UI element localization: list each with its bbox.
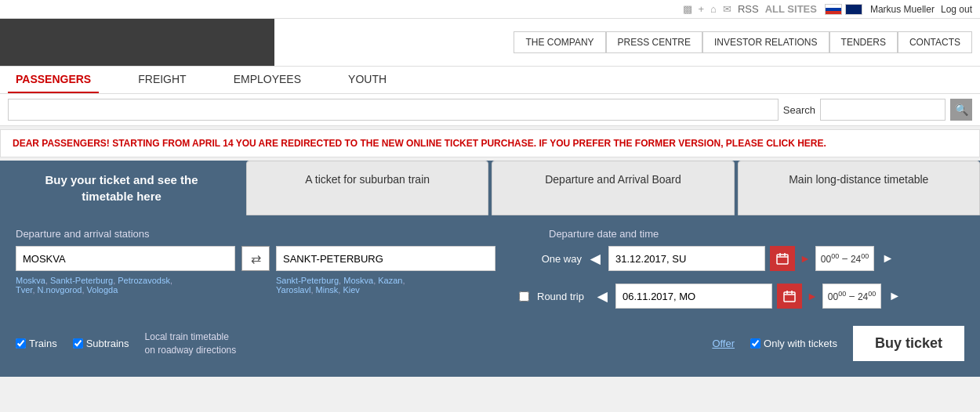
date2-calendar-button[interactable] <box>777 284 802 309</box>
logout-link[interactable]: Log out <box>941 4 972 15</box>
time-dash2: – <box>849 291 855 302</box>
offer-link[interactable]: Offer <box>712 338 735 349</box>
svg-rect-0 <box>777 255 788 264</box>
nav-youth[interactable]: YOUTH <box>340 67 394 93</box>
user-info: Markus Mueller Log out <box>870 4 972 15</box>
round-trip-label: Round trip <box>537 291 584 302</box>
bottom-row: Trains Subtrains Local train timetable o… <box>16 326 964 361</box>
trains-checkbox-item: Trains <box>16 338 57 349</box>
round-trip-checkbox[interactable] <box>519 291 529 302</box>
suggestion-petrozavodsk[interactable]: Petrozavodsk <box>118 276 170 285</box>
time-range2: 0000 – 2400 <box>822 284 881 309</box>
suggestion-to-kazan[interactable]: Kazan <box>378 276 402 285</box>
nav-freight[interactable]: FREIGHT <box>130 67 194 93</box>
flag-russian[interactable] <box>825 4 842 15</box>
nav-passengers[interactable]: PASSENGERS <box>8 67 99 93</box>
date2-input[interactable] <box>615 284 772 309</box>
time2-adjust-button[interactable]: ► <box>886 284 903 309</box>
nav-investor-relations[interactable]: INVESTOR RELATIONS <box>702 31 829 53</box>
time1-start: 0000 <box>821 252 839 265</box>
date1-calendar-button[interactable] <box>770 246 795 271</box>
main-content: Buy your ticket and see the timetable he… <box>0 161 980 377</box>
nav-the-company[interactable]: THE COMPANY <box>514 31 605 53</box>
tab-timetable[interactable]: Main long-distance timetable <box>738 161 980 215</box>
home-icon[interactable]: ⌂ <box>710 3 717 15</box>
tab-active-line1: Buy your ticket and see the <box>16 172 227 188</box>
main-search-input[interactable] <box>8 99 779 121</box>
from-station-input[interactable] <box>16 246 235 271</box>
time-arrow2: ► <box>807 290 818 302</box>
nav-tenders[interactable]: TENDERS <box>829 31 898 53</box>
time2-end: 2400 <box>858 290 876 302</box>
nav-contacts[interactable]: CONTACTS <box>898 31 972 53</box>
buy-ticket-button[interactable]: Buy ticket <box>853 326 964 361</box>
all-sites-link[interactable]: ALL SITES <box>765 3 817 15</box>
one-way-row: One way ◀ ► 0000 – <box>519 246 903 271</box>
time-arrow1: ► <box>800 252 811 265</box>
tab-departure-board[interactable]: Departure and Arrival Board <box>492 161 734 215</box>
date-label: Departure date and time <box>549 228 659 240</box>
suggestion-to-moskva[interactable]: Moskva <box>343 276 373 285</box>
search-label: Search <box>783 104 815 116</box>
suggestion-spb[interactable]: Sankt-Peterburg <box>50 276 113 285</box>
notice-text: DEAR PASSENGERS! STARTING FROM APRIL 14 … <box>13 138 797 149</box>
nav-press-centre[interactable]: PRESS CENTRE <box>606 31 702 53</box>
subtrains-checkbox[interactable] <box>73 338 83 349</box>
main-nav: PASSENGERS FREIGHT EMPLOYEES YOUTH <box>0 66 980 94</box>
notice-here-link[interactable]: HERE <box>797 138 823 149</box>
round-trip-row: Round trip ◀ ► 0000 – <box>519 284 903 309</box>
suggestion-tver[interactable]: Tver <box>16 285 32 295</box>
search-bar: Search 🔍 <box>0 94 980 126</box>
to-station-input[interactable] <box>276 246 495 271</box>
date2-prev-button[interactable]: ◀ <box>593 284 611 309</box>
from-suggestions: Moskva, Sankt-Peterburg, Petrozavodsk, T… <box>16 276 235 295</box>
tab-suburban[interactable]: A ticket for suburban train <box>246 161 488 215</box>
mail-icon[interactable]: ✉ <box>723 3 731 15</box>
notice-bar: DEAR PASSENGERS! STARTING FROM APRIL 14 … <box>0 129 980 157</box>
suggestion-to-kiev[interactable]: Kiev <box>343 285 359 295</box>
date1-prev-button[interactable]: ◀ <box>586 246 604 271</box>
search-button[interactable]: 🔍 <box>950 99 972 121</box>
time1-adjust-button[interactable]: ► <box>879 246 896 271</box>
only-tickets-item: Only with tickets <box>750 338 837 349</box>
suggestion-vologda[interactable]: Vologda <box>87 285 118 295</box>
rss-label: RSS <box>738 3 759 15</box>
plus-icon[interactable]: + <box>699 3 705 15</box>
swap-stations-button[interactable]: ⇄ <box>241 246 270 271</box>
form-area: Departure and arrival stations Departure… <box>0 215 980 377</box>
tab-active-buy-ticket[interactable]: Buy your ticket and see the timetable he… <box>0 161 243 215</box>
tabs-row: Buy your ticket and see the timetable he… <box>0 161 980 215</box>
suggestion-to-spb[interactable]: Sankt-Peterburg <box>276 276 339 285</box>
only-tickets-label: Only with tickets <box>764 338 837 349</box>
monitor-icon[interactable]: ▩ <box>683 3 692 15</box>
logo <box>0 19 274 66</box>
stations-label: Departure and arrival stations <box>16 228 533 240</box>
flag-english[interactable] <box>845 4 862 15</box>
utility-icons: ▩ + ⌂ ✉ RSS ALL SITES <box>683 3 817 15</box>
svg-rect-4 <box>784 292 795 302</box>
tab-active-line2: timetable here <box>16 188 227 204</box>
trains-label: Trains <box>29 338 57 349</box>
suggestion-moskva[interactable]: Moskva <box>16 276 45 285</box>
right-bottom: Offer Only with tickets Buy ticket <box>712 326 964 361</box>
time-dash1: – <box>842 253 848 264</box>
one-way-label: One way <box>519 253 582 265</box>
subtrains-checkbox-item: Subtrains <box>73 338 129 349</box>
suggestion-to-yaroslavl[interactable]: Yaroslavl <box>276 285 310 295</box>
suggestion-nnovgorod[interactable]: N.novgorod <box>38 285 82 295</box>
search-input[interactable] <box>820 99 946 121</box>
nav-employees[interactable]: EMPLOYEES <box>226 67 309 93</box>
to-suggestions: Sankt-Peterburg, Moskva, Kazan, Yaroslav… <box>276 276 495 295</box>
top-bar: ▩ + ⌂ ✉ RSS ALL SITES Markus Mueller Log… <box>0 0 980 18</box>
suggestion-to-minsk[interactable]: Minsk <box>316 285 339 295</box>
time2-start: 0000 <box>828 290 846 302</box>
trains-checkbox[interactable] <box>16 338 26 349</box>
form-labels-row: Departure and arrival stations Departure… <box>16 228 964 240</box>
time-range1: 0000 – 2400 <box>815 246 874 271</box>
local-timetable-text: Local train timetable on roadway directi… <box>145 331 237 357</box>
time1-end: 2400 <box>851 252 869 265</box>
language-flags <box>825 4 862 15</box>
only-tickets-checkbox[interactable] <box>750 338 760 349</box>
username-link[interactable]: Markus Mueller <box>870 4 935 15</box>
date1-input[interactable] <box>608 246 765 271</box>
